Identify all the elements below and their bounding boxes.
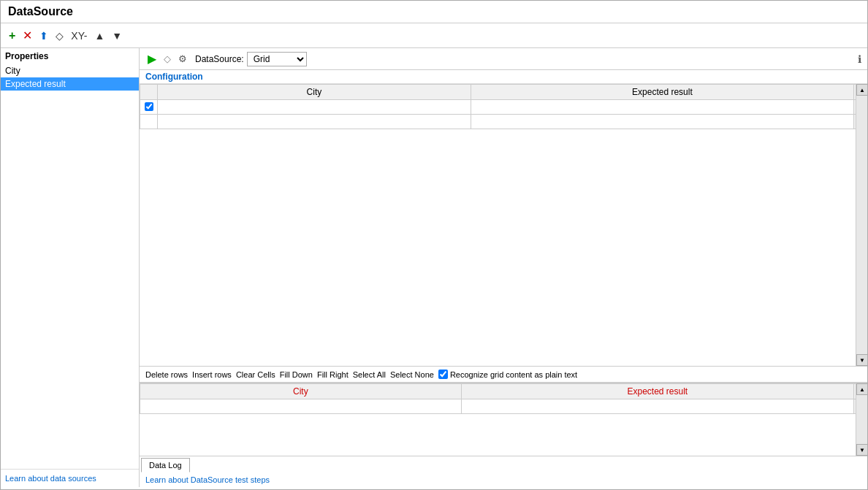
preview-grid-container: City Expected result ↔ <box>140 383 867 456</box>
content-area: Properties City Expected result Learn ab… <box>1 48 867 487</box>
grid-container: City Expected result ↔ <box>140 84 867 366</box>
fill-down-link[interactable]: Fill Down <box>280 370 313 379</box>
city-column-header: City <box>158 85 471 100</box>
xy-button[interactable]: XY- <box>69 28 89 43</box>
row-num-cell <box>140 115 158 129</box>
select-all-link[interactable]: Select All <box>353 370 386 379</box>
learn-link[interactable]: Learn about data sources <box>1 469 139 487</box>
expected-column-header: Expected result <box>471 85 853 100</box>
preview-vertical-scrollbar[interactable]: ▲ ▼ <box>856 383 867 456</box>
property-item-city[interactable]: City <box>1 64 139 77</box>
right-panel: ▶ ◇ ⚙ DataSource: Grid Excel Database CS… <box>140 48 867 487</box>
data-grid: City Expected result ↔ <box>140 84 867 129</box>
row-checkbox[interactable] <box>145 102 153 111</box>
city-cell[interactable] <box>158 115 471 129</box>
preview-expected-cell <box>461 399 853 414</box>
import-button[interactable]: ⬆ <box>37 28 50 43</box>
preview-scroll-down-arrow[interactable]: ▼ <box>856 444 867 456</box>
preview-city-cell <box>140 399 462 414</box>
table-row <box>140 100 867 115</box>
app-title: DataSource <box>1 1 867 23</box>
scroll-track[interactable] <box>856 96 867 354</box>
expected-cell[interactable] <box>471 115 853 129</box>
clear-cells-link[interactable]: Clear Cells <box>236 370 275 379</box>
data-log-tab[interactable]: Data Log <box>141 458 190 472</box>
grid-wrapper[interactable]: City Expected result ↔ <box>140 84 867 366</box>
bottom-learn-link[interactable]: Learn about DataSource test steps <box>140 472 867 487</box>
select-none-link[interactable]: Select None <box>390 370 434 379</box>
scroll-up-arrow[interactable]: ▲ <box>856 84 867 96</box>
expected-cell[interactable] <box>471 100 853 115</box>
play-button[interactable]: ▶ <box>145 50 159 67</box>
vertical-scrollbar[interactable]: ▲ ▼ <box>856 84 867 366</box>
datasource-select[interactable]: Grid Excel Database CSV <box>247 52 307 66</box>
move-down-button[interactable]: ▼ <box>110 28 124 43</box>
fill-right-link[interactable]: Fill Right <box>317 370 349 379</box>
properties-header: Properties <box>1 48 139 64</box>
config-gear-button[interactable]: ⚙ <box>176 52 189 66</box>
tab-area: Data Log <box>140 456 867 472</box>
datasource-label: DataSource: <box>195 54 244 64</box>
scroll-down-arrow[interactable]: ▼ <box>856 354 867 366</box>
add-button[interactable]: + <box>7 28 18 44</box>
left-panel: Properties City Expected result Learn ab… <box>1 48 140 487</box>
city-cell[interactable] <box>158 100 471 115</box>
row-num-header <box>140 85 158 100</box>
preview-grid-scroll[interactable]: City Expected result ↔ <box>140 383 867 456</box>
property-item-expected-result[interactable]: Expected result <box>1 77 139 91</box>
preview-grid: City Expected result ↔ <box>140 383 867 414</box>
action-bar: Delete rows Insert rows Clear Cells Fill… <box>140 366 867 383</box>
preview-scroll-track[interactable] <box>856 395 867 444</box>
delete-button[interactable]: ✕ <box>20 27 34 44</box>
insert-rows-link[interactable]: Insert rows <box>192 370 232 379</box>
row-num-cell <box>140 100 158 115</box>
config-erase-button[interactable]: ◇ <box>161 52 173 66</box>
delete-rows-link[interactable]: Delete rows <box>145 370 188 379</box>
table-row <box>140 115 867 129</box>
config-toolbar: ▶ ◇ ⚙ DataSource: Grid Excel Database CS… <box>140 48 867 70</box>
preview-row <box>140 399 867 414</box>
plain-text-checkbox-label: Recognize grid content as plain text <box>438 370 577 379</box>
preview-city-header: City <box>140 384 462 399</box>
info-icon[interactable]: ℹ <box>858 53 861 65</box>
plain-text-checkbox[interactable] <box>438 370 448 379</box>
eraser-button[interactable]: ◇ <box>53 28 66 43</box>
configuration-label: Configuration <box>140 70 867 84</box>
plain-text-label: Recognize grid content as plain text <box>450 370 577 379</box>
preview-scroll-up-arrow[interactable]: ▲ <box>856 383 867 395</box>
top-toolbar: + ✕ ⬆ ◇ XY- ▲ ▼ <box>1 23 867 48</box>
move-up-button[interactable]: ▲ <box>92 28 107 43</box>
preview-expected-header: Expected result <box>461 384 853 399</box>
properties-list: City Expected result <box>1 64 139 469</box>
